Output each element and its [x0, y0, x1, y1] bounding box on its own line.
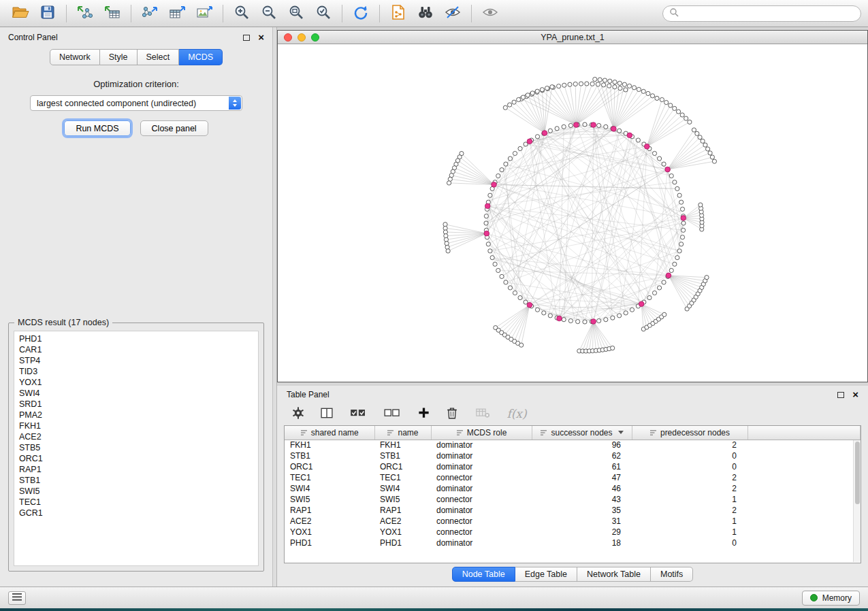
zoom-out-icon	[261, 4, 277, 22]
hide-selected-button[interactable]	[439, 3, 466, 24]
mcds-result-item[interactable]: FKH1	[19, 420, 258, 431]
zoom-out-button[interactable]	[255, 3, 283, 24]
export-network-icon	[141, 5, 159, 22]
window-close-icon[interactable]	[284, 33, 292, 42]
tab-network-table[interactable]: Network Table	[577, 567, 651, 582]
toolbar-separator	[223, 5, 223, 22]
network-canvas[interactable]	[278, 44, 867, 382]
mcds-result-item[interactable]: PMA2	[19, 410, 258, 420]
run-mcds-button[interactable]: Run MCDS	[64, 120, 130, 136]
tab-edge-table[interactable]: Edge Table	[515, 567, 577, 582]
import-table-button[interactable]	[99, 3, 126, 24]
tab-style[interactable]: Style	[100, 49, 138, 65]
export-image-button[interactable]	[191, 3, 218, 24]
float-panel-icon[interactable]	[243, 35, 250, 41]
deselect-all-rows-button[interactable]	[381, 405, 404, 423]
table-scrollbar-thumb[interactable]	[855, 442, 860, 504]
optimization-criterion-select[interactable]: largest connected component (undirected)	[30, 95, 242, 111]
tab-mcds[interactable]: MCDS	[179, 49, 223, 65]
save-disk-icon	[40, 5, 55, 22]
table-row[interactable]: FKH1FKH1dominator962	[285, 440, 861, 450]
mcds-result-list[interactable]: PHD1CAR1STP4TID3YOX1SWI4SRD1PMA2FKH1ACE2…	[14, 331, 259, 566]
table-row[interactable]: SWI4SWI4dominator462	[285, 483, 861, 494]
zoom-selected-button[interactable]	[310, 3, 337, 24]
network-window-titlebar[interactable]: YPA_prune.txt_1	[278, 31, 867, 44]
mcds-result-item[interactable]: STP4	[19, 355, 258, 366]
mcds-result-item[interactable]: SWI5	[19, 486, 258, 497]
close-table-panel-icon[interactable]: ×	[852, 391, 858, 398]
mcds-result-item[interactable]: RAP1	[19, 464, 258, 475]
search-network-button[interactable]	[412, 3, 439, 24]
mcds-result-item[interactable]: STB5	[19, 442, 258, 453]
import-table-icon	[103, 5, 121, 22]
column-header-shared-name[interactable]: shared name	[285, 426, 374, 440]
zoom-in-button[interactable]	[228, 3, 255, 24]
column-header-predecessor-nodes[interactable]: predecessor nodes	[632, 426, 748, 440]
refresh-view-button[interactable]	[347, 3, 374, 24]
table-row[interactable]: STB1STB1dominator620	[285, 450, 861, 461]
add-row-button[interactable]	[415, 405, 432, 423]
save-session-button[interactable]	[34, 3, 61, 24]
float-table-panel-icon[interactable]	[837, 392, 844, 398]
zoom-fit-button[interactable]	[283, 3, 310, 24]
mcds-result-item[interactable]: ORC1	[19, 453, 258, 464]
mcds-result-item[interactable]: TID3	[19, 366, 258, 377]
table-row[interactable]: PHD1PHD1dominator180	[285, 538, 861, 548]
task-history-button[interactable]	[8, 591, 26, 605]
mcds-result-item[interactable]: SRD1	[19, 399, 258, 410]
close-panel-icon[interactable]: ×	[258, 34, 264, 41]
table-scrollbar[interactable]	[853, 440, 861, 562]
tab-motifs[interactable]: Motifs	[651, 567, 693, 582]
desktop-background-strip	[0, 608, 868, 611]
table-row[interactable]: YOX1YOX1connector291	[285, 527, 861, 538]
show-columns-button[interactable]	[318, 405, 336, 423]
export-table-button[interactable]	[163, 3, 191, 24]
table-row[interactable]: RAP1RAP1dominator352	[285, 505, 861, 516]
table-settings-button[interactable]	[289, 405, 307, 423]
mcds-result-item[interactable]: GCR1	[19, 508, 258, 518]
memory-button[interactable]: Memory	[802, 591, 860, 606]
open-folder-icon	[12, 5, 29, 22]
memory-status-icon	[810, 594, 818, 601]
mcds-result-item[interactable]: CAR1	[19, 344, 258, 355]
memory-label: Memory	[822, 593, 852, 603]
column-header-successor-nodes[interactable]: successor nodes	[532, 426, 632, 440]
window-maximize-icon[interactable]	[311, 33, 319, 42]
close-panel-button[interactable]: Close panel	[140, 120, 208, 136]
import-network-button[interactable]	[71, 3, 99, 24]
table-row[interactable]: SWI5SWI5connector431	[285, 494, 861, 505]
column-header-mcds-role[interactable]: MCDS role	[431, 426, 532, 440]
toolbar-separator	[131, 5, 131, 22]
mcds-result-item[interactable]: TEC1	[19, 497, 258, 508]
table-row[interactable]: TEC1TEC1connector472	[285, 472, 861, 483]
table-toolbar: f(x)	[284, 402, 861, 425]
right-column: YPA_prune.txt_1 Table Panel ×	[277, 27, 868, 587]
tab-network[interactable]: Network	[50, 49, 100, 65]
window-minimize-icon[interactable]	[298, 33, 306, 42]
delete-rows-button[interactable]	[443, 405, 461, 423]
table-row[interactable]: ACE2ACE2connector311	[285, 516, 861, 527]
tab-node-table[interactable]: Node Table	[452, 567, 515, 582]
clone-network-button[interactable]	[385, 3, 412, 24]
column-header-name[interactable]: name	[374, 426, 431, 440]
show-all-button[interactable]	[477, 3, 504, 24]
mcds-result-item[interactable]: ACE2	[19, 431, 258, 442]
import-table-disabled-button	[472, 405, 494, 423]
export-network-button[interactable]	[136, 3, 163, 24]
panel-splitter[interactable]	[272, 27, 277, 587]
mcds-result-item[interactable]: PHD1	[19, 333, 258, 344]
zoom-in-icon	[234, 4, 250, 22]
mcds-result-item[interactable]: SWI4	[19, 388, 258, 399]
open-session-button[interactable]	[7, 3, 34, 24]
table-panel: Table Panel × f(x)	[277, 386, 868, 587]
table-disabled-icon	[474, 406, 492, 422]
table-row[interactable]: ORC1ORC1dominator610	[285, 461, 861, 472]
mcds-result-item[interactable]: YOX1	[19, 377, 258, 388]
search-input[interactable]	[683, 9, 854, 18]
zoom-selected-icon	[315, 4, 332, 22]
clone-network-icon	[391, 4, 406, 22]
select-all-rows-button[interactable]	[347, 405, 370, 423]
fx-icon: f(x)	[507, 407, 526, 420]
tab-select[interactable]: Select	[138, 49, 180, 65]
mcds-result-item[interactable]: STB1	[19, 475, 258, 486]
